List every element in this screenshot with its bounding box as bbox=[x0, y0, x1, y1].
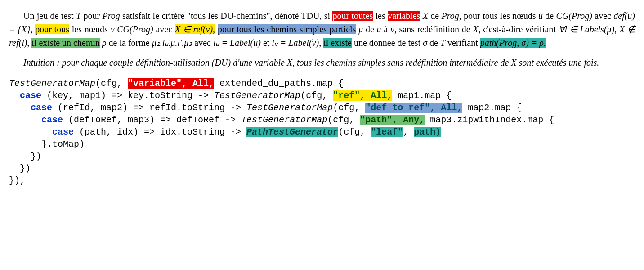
text: avec bbox=[592, 11, 613, 21]
hl-pour-toutes: pour toutes bbox=[332, 11, 373, 21]
hl-x-ref-v: X ∈ ref(v), bbox=[175, 24, 215, 34]
code-text: , bbox=[403, 127, 414, 137]
math-cgprog2: CG(Prog) bbox=[117, 24, 153, 34]
code-text: (cfg, bbox=[333, 103, 365, 113]
math-form: μ₁.lᵤ.μ.l′.μ₃ bbox=[152, 38, 192, 48]
code-block: TestGeneratorMap(cfg, "variable", All, e… bbox=[9, 77, 635, 187]
prog: Prog bbox=[441, 11, 459, 21]
code-text: ) bbox=[435, 127, 441, 137]
text: et bbox=[261, 38, 272, 48]
math-X: X bbox=[423, 11, 428, 21]
text: à bbox=[381, 24, 390, 34]
hl-existe-chemin: il existe un chemin bbox=[31, 38, 100, 48]
fn-tgm: TestGeneratorMap bbox=[246, 103, 333, 113]
text: vérifiant bbox=[445, 38, 480, 48]
fn-tgm: TestGeneratorMap bbox=[241, 115, 327, 125]
code-hl-def-to-ref: "def to ref", All, bbox=[365, 103, 462, 113]
hl-pour-tous: pour tous bbox=[35, 24, 69, 34]
code-text: map3.zipWithIndex.map { bbox=[425, 115, 554, 125]
code-text: }) bbox=[9, 163, 31, 174]
prog: Prog bbox=[102, 11, 120, 21]
code-text: extended_du_paths.map { bbox=[214, 78, 344, 89]
text: les nœuds bbox=[69, 24, 111, 34]
text: de bbox=[363, 24, 376, 34]
kw-case: case bbox=[52, 127, 74, 137]
math-lv: lᵥ = Label(v) bbox=[272, 38, 319, 48]
fn-tgm: TestGeneratorMap bbox=[214, 90, 300, 101]
text: satisfait le critère "tous les DU-chemin… bbox=[120, 11, 333, 21]
math-T2: T bbox=[440, 38, 445, 48]
definition-paragraph: Un jeu de test T pour Prog satisfait le … bbox=[9, 9, 635, 50]
code-text: (cfg, bbox=[300, 90, 333, 101]
text: , c'est-à-dire vérifiant bbox=[479, 24, 559, 34]
math-rho: ρ bbox=[102, 38, 107, 48]
code-text bbox=[9, 127, 52, 137]
text bbox=[215, 24, 218, 34]
math-v: v bbox=[111, 24, 115, 34]
kw-case: case bbox=[31, 103, 52, 113]
kw-case: case bbox=[41, 115, 63, 125]
text: avec bbox=[192, 38, 213, 48]
math-sigma: σ bbox=[423, 38, 427, 48]
fn-tgm: TestGeneratorMap bbox=[9, 78, 95, 89]
code-text: (refId, map2) => refId.toString -> bbox=[52, 103, 246, 113]
code-text: (cfg, bbox=[95, 78, 128, 89]
math-mu: μ bbox=[358, 24, 363, 34]
code-text: (cfg, bbox=[338, 127, 371, 137]
math-u2: u bbox=[377, 24, 381, 34]
code-text: }.toMap) bbox=[9, 139, 85, 149]
text: une donnée de test bbox=[352, 38, 423, 48]
text: de bbox=[428, 11, 442, 21]
math-X2: X bbox=[473, 24, 478, 34]
code-text: }), bbox=[9, 176, 25, 186]
text: pour bbox=[81, 11, 102, 21]
math-v2: v bbox=[390, 24, 394, 34]
text: de bbox=[427, 38, 440, 48]
text: de bbox=[543, 11, 556, 21]
code-hl-pathtestgen: PathTestGenerator bbox=[246, 127, 338, 137]
hl-il-existe: il existe bbox=[323, 38, 352, 48]
math-lu: lᵤ = Label(u) bbox=[213, 38, 261, 48]
code-text bbox=[9, 90, 20, 101]
code-text: (path, idx) => idx.toString -> bbox=[74, 127, 246, 137]
code-text: (defToRef, map3) => defToRef -> bbox=[63, 115, 241, 125]
code-text bbox=[9, 103, 31, 113]
text: les bbox=[373, 11, 388, 21]
hl-chemins-simples: pour tous les chemins simples partiels bbox=[218, 24, 356, 34]
code-text: }) bbox=[9, 151, 41, 162]
code-text: map2.map { bbox=[462, 103, 522, 113]
code-hl-path-arg: path bbox=[414, 127, 435, 137]
math-cgprog: CG(Prog) bbox=[556, 11, 592, 21]
code-hl-variable: "variable", All, bbox=[128, 78, 214, 89]
text: avec bbox=[153, 24, 175, 34]
text: , bbox=[30, 24, 35, 34]
hl-path-eq: path(Prog, σ) = ρ. bbox=[480, 38, 546, 48]
math-u: u bbox=[538, 11, 543, 21]
text: , bbox=[319, 38, 323, 48]
code-text: (cfg, bbox=[327, 115, 360, 125]
hl-variables: variables bbox=[388, 11, 420, 21]
kw-case: case bbox=[20, 90, 41, 101]
intuition-paragraph: Intuition : pour chaque couple définitio… bbox=[9, 56, 635, 69]
text: Un jeu de test bbox=[23, 11, 76, 21]
math-T: T bbox=[76, 11, 81, 21]
text: de la forme bbox=[107, 38, 152, 48]
code-hl-path: "path", Any, bbox=[360, 115, 425, 125]
code-text: (key, map1) => key.toString -> bbox=[41, 90, 214, 101]
code-hl-ref: "ref", All, bbox=[333, 90, 392, 101]
code-text bbox=[9, 115, 41, 125]
code-hl-leaf: "leaf" bbox=[371, 127, 403, 137]
code-text: map1.map { bbox=[392, 90, 452, 101]
text: , sans redéfinition de bbox=[394, 24, 473, 34]
text: , pour tous les nœuds bbox=[459, 11, 538, 21]
